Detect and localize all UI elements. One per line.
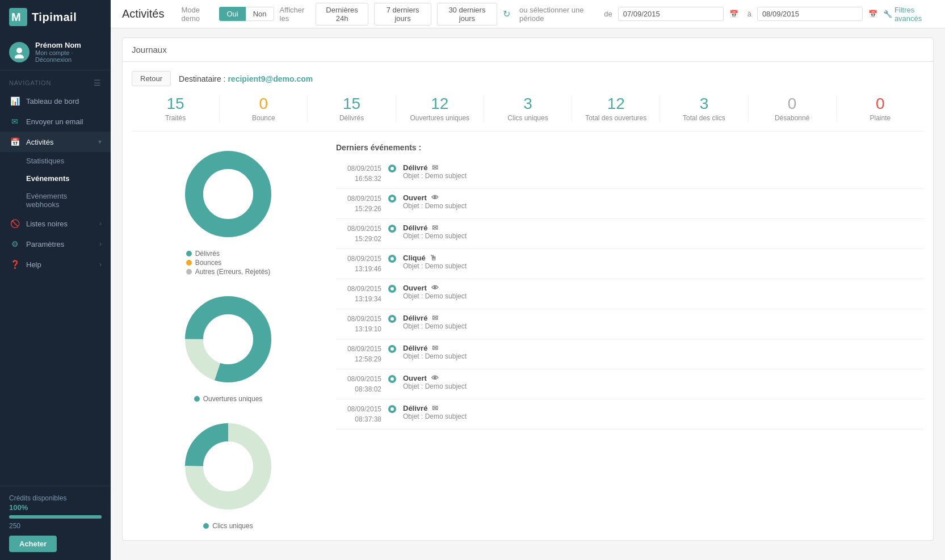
sidebar-item-listes-noires[interactable]: 🚫 Listes noires › bbox=[0, 213, 111, 234]
event-info: Délivré ✉ Objet : Demo subject bbox=[403, 163, 924, 180]
event-type: Cliqué 🖱 bbox=[403, 254, 924, 262]
event-type-icon: ✉ bbox=[432, 404, 438, 412]
event-item: 08/09/201513:19:46 Cliqué 🖱 Objet : Demo… bbox=[336, 249, 924, 279]
retour-button[interactable]: Retour bbox=[132, 71, 171, 86]
stat-value: 0 bbox=[841, 95, 919, 113]
sidebar-item-statistiques[interactable]: Statistiques bbox=[0, 152, 111, 170]
event-info: Cliqué 🖱 Objet : Demo subject bbox=[403, 254, 924, 270]
stat-total-ouvertures: 12 Total des ouvertures bbox=[572, 95, 660, 122]
event-dot bbox=[388, 285, 396, 293]
stat-bounce: 0 Bounce bbox=[220, 95, 308, 122]
event-dot bbox=[388, 345, 396, 353]
credits-bar-fill bbox=[9, 515, 102, 519]
event-datetime: 08/09/201516:58:32 bbox=[336, 163, 381, 184]
event-item: 08/09/201508:37:38 Délivré ✉ Objet : Dem… bbox=[336, 399, 924, 430]
event-type-icon: 👁 bbox=[431, 193, 439, 202]
btn-24h[interactable]: Dernières 24h bbox=[316, 3, 369, 26]
event-datetime: 08/09/201513:19:10 bbox=[336, 314, 381, 334]
event-subject: Objet : Demo subject bbox=[403, 322, 924, 330]
a-label: à bbox=[747, 10, 751, 18]
credits-section: Crédits disponibles 100% 250 Acheter bbox=[0, 486, 111, 560]
clics-donut bbox=[177, 415, 279, 517]
sidebar-item-parametres[interactable]: ⚙ Paramètres › bbox=[0, 234, 111, 254]
stat-desabonne: 0 Désabonné bbox=[749, 95, 837, 122]
event-info: Délivré ✉ Objet : Demo subject bbox=[403, 404, 924, 420]
sidebar-item-activites[interactable]: 📅 Activités ▾ bbox=[0, 132, 111, 152]
legend-ouvertures: Ouvertures uniques bbox=[194, 395, 263, 403]
sidebar-item-label: Envoyer un email bbox=[26, 117, 83, 126]
sidebar-item-evenements-webhooks[interactable]: Evénements webhooks bbox=[0, 187, 111, 213]
stat-plainte: 0 Plainte bbox=[837, 95, 924, 122]
deliveries-chart: Délivrés Bounces Autres (Erreurs, Rejeté… bbox=[132, 143, 325, 277]
refresh-icon[interactable]: ↻ bbox=[503, 9, 510, 19]
event-datetime: 08/09/201512:58:29 bbox=[336, 344, 381, 364]
calendar-to-icon[interactable]: 📅 bbox=[868, 10, 877, 18]
event-subject: Objet : Demo subject bbox=[403, 412, 924, 420]
event-subject: Objet : Demo subject bbox=[403, 232, 924, 240]
event-dot bbox=[388, 255, 396, 263]
de-label: de bbox=[604, 10, 612, 18]
stat-label: Total des clics bbox=[665, 114, 743, 122]
btn-7j[interactable]: 7 derniers jours bbox=[374, 3, 431, 26]
event-dot bbox=[388, 225, 396, 233]
btn-oui[interactable]: Oui bbox=[219, 7, 245, 21]
ouvertures-chart: Ouvertures uniques bbox=[132, 288, 325, 404]
journaux-card: Journaux Retour Destinataire : recipient… bbox=[122, 37, 934, 541]
help-icon: ❓ bbox=[9, 260, 20, 269]
credits-bar bbox=[9, 515, 102, 519]
date-to-input[interactable] bbox=[757, 7, 863, 21]
event-subject: Objet : Demo subject bbox=[403, 262, 924, 270]
sidebar-item-tableau-de-bord[interactable]: 📊 Tableau de bord bbox=[0, 91, 111, 111]
main-area: Activités Mode demo Oui Non Afficher les… bbox=[111, 0, 945, 560]
sidebar-item-evenements[interactable]: Evénements bbox=[0, 170, 111, 187]
sidebar-item-label: Tableau de bord bbox=[26, 97, 79, 106]
user-links: Mon compte · Déconnexion bbox=[35, 49, 102, 63]
sidebar-item-help[interactable]: ❓ Help › bbox=[0, 254, 111, 275]
svg-point-6 bbox=[203, 169, 253, 219]
calendar-from-icon[interactable]: 📅 bbox=[729, 10, 738, 18]
stat-label: Bounce bbox=[224, 114, 303, 122]
date-from-input[interactable] bbox=[618, 7, 724, 21]
legend-autres: Autres (Erreurs, Rejetés) bbox=[186, 268, 271, 276]
advanced-filters-button[interactable]: 🔧 Filtres avancés bbox=[883, 6, 934, 23]
btn-30j[interactable]: 30 derniers jours bbox=[437, 3, 497, 26]
clics-legend: Clics uniques bbox=[203, 522, 253, 531]
page-title: Activités bbox=[122, 7, 164, 20]
stat-ouvertures-uniques: 12 Ouvertures uniques bbox=[396, 95, 484, 122]
btn-non[interactable]: Non bbox=[246, 7, 274, 21]
logo-text: Tipimail bbox=[32, 11, 77, 24]
sidebar-item-envoyer-email[interactable]: ✉ Envoyer un email bbox=[0, 111, 111, 132]
nav-label: Navigation ☰ bbox=[0, 70, 111, 91]
chevron-down-icon: ▾ bbox=[98, 138, 102, 146]
event-type: Ouvert 👁 bbox=[403, 284, 924, 292]
legend-bounces: Bounces bbox=[186, 259, 271, 267]
nav-list-icon[interactable]: ☰ bbox=[94, 78, 102, 87]
legend-delivres: Délivrés bbox=[186, 250, 271, 258]
ouvertures-donut bbox=[177, 288, 279, 390]
event-type: Ouvert 👁 bbox=[403, 193, 924, 202]
stat-value: 0 bbox=[224, 95, 303, 113]
legend-dot bbox=[186, 251, 192, 256]
events-list: 08/09/201516:58:32 Délivré ✉ Objet : Dem… bbox=[336, 159, 924, 430]
user-area: Prénom Nom Mon compte · Déconnexion bbox=[0, 34, 111, 70]
event-dot bbox=[388, 405, 396, 413]
stat-label: Clics uniques bbox=[489, 114, 567, 122]
event-datetime: 08/09/201515:29:02 bbox=[336, 224, 381, 244]
sidebar-item-label: Listes noires bbox=[26, 220, 68, 228]
event-datetime: 08/09/201513:19:34 bbox=[336, 284, 381, 304]
event-datetime: 08/09/201508:38:02 bbox=[336, 374, 381, 394]
svg-point-2 bbox=[16, 48, 22, 53]
event-item: 08/09/201515:29:02 Délivré ✉ Objet : Dem… bbox=[336, 219, 924, 249]
activites-icon: 📅 bbox=[9, 137, 20, 146]
event-type: Délivré ✉ bbox=[403, 344, 924, 352]
acheter-button[interactable]: Acheter bbox=[9, 536, 57, 552]
event-type-icon: 👁 bbox=[431, 284, 439, 292]
credits-label: Crédits disponibles bbox=[9, 494, 102, 502]
event-subject: Objet : Demo subject bbox=[403, 202, 924, 210]
stat-label: Plainte bbox=[841, 114, 919, 122]
stat-label: Délivrés bbox=[312, 114, 390, 122]
user-name: Prénom Nom bbox=[35, 41, 102, 49]
event-type: Délivré ✉ bbox=[403, 163, 924, 172]
stat-value: 3 bbox=[665, 95, 743, 113]
event-subject: Objet : Demo subject bbox=[403, 352, 924, 360]
